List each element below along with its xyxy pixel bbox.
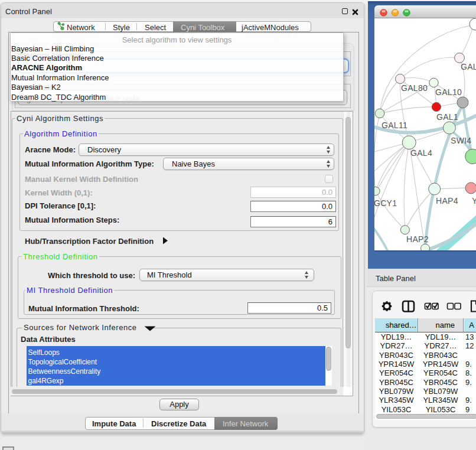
svg-text:HAP2: HAP2	[406, 234, 429, 244]
svg-text:Y: Y	[472, 196, 476, 206]
svg-text:GAL7: GAL7	[461, 62, 476, 71]
svg-text:GAL80: GAL80	[401, 83, 428, 93]
svg-text:GAL4: GAL4	[410, 148, 432, 158]
svg-text:GCY1: GCY1	[374, 198, 397, 208]
svg-text:HAP4: HAP4	[436, 196, 458, 206]
svg-text:GAL1: GAL1	[436, 112, 458, 122]
svg-text:GAL11: GAL11	[382, 120, 407, 130]
svg-text:GAL10: GAL10	[435, 87, 462, 97]
svg-text:SWI4: SWI4	[451, 136, 471, 145]
